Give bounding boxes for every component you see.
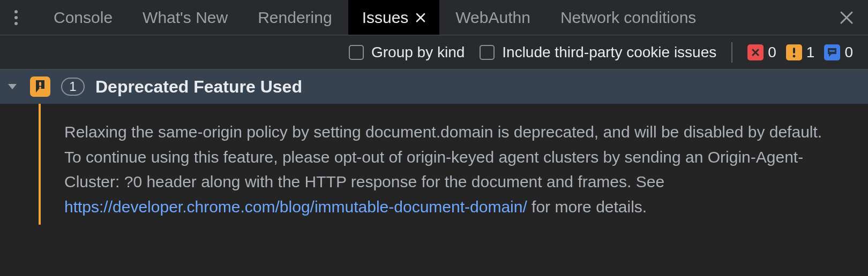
close-drawer-button[interactable] xyxy=(825,0,868,35)
issue-header-row[interactable]: 1 Deprecated Feature Used xyxy=(0,70,868,104)
warning-icon xyxy=(786,44,802,60)
tab-webauthn[interactable]: WebAuthn xyxy=(442,0,544,35)
checkbox-icon xyxy=(480,45,495,60)
tab-whats-new[interactable]: What's New xyxy=(129,0,242,35)
issue-count-badge: 1 xyxy=(61,78,85,96)
count-value: 0 xyxy=(844,44,853,61)
tab-label: Network conditions xyxy=(560,9,696,27)
svg-point-4 xyxy=(792,55,795,57)
svg-point-8 xyxy=(39,87,41,89)
tab-strip: Console What's New Rendering Issues WebA… xyxy=(32,0,825,35)
checkbox-label: Include third-party cookie issues xyxy=(502,44,716,61)
issues-toolbar: Group by kind Include third-party cookie… xyxy=(0,35,868,70)
warning-count[interactable]: 1 xyxy=(786,44,815,61)
issue-counts: 0 1 0 xyxy=(747,44,853,61)
tab-network-conditions[interactable]: Network conditions xyxy=(547,0,710,35)
tab-issues[interactable]: Issues xyxy=(348,0,440,35)
chevron-down-icon xyxy=(5,80,19,94)
info-icon xyxy=(824,44,840,60)
tab-label: What's New xyxy=(143,9,228,27)
warning-icon xyxy=(34,79,46,94)
more-tabs-button[interactable] xyxy=(0,0,32,35)
svg-point-1 xyxy=(14,16,18,19)
error-count[interactable]: 0 xyxy=(747,44,776,61)
issue-description: Relaxing the same-origin policy by setti… xyxy=(41,104,868,225)
error-icon xyxy=(747,44,764,60)
tab-label: Issues xyxy=(362,9,409,27)
drawer-tab-bar: Console What's New Rendering Issues WebA… xyxy=(0,0,868,35)
issue-body: Relaxing the same-origin policy by setti… xyxy=(0,104,868,225)
count-value: 0 xyxy=(768,44,776,61)
expand-toggle[interactable] xyxy=(5,80,19,94)
svg-rect-3 xyxy=(793,48,795,53)
checkbox-label: Group by kind xyxy=(371,44,465,61)
count-value: 1 xyxy=(806,44,815,61)
issue-link[interactable]: https://developer.chrome.com/blog/immuta… xyxy=(64,198,527,216)
close-icon xyxy=(416,13,425,22)
svg-point-2 xyxy=(14,22,18,25)
kebab-icon xyxy=(14,10,18,26)
svg-point-0 xyxy=(14,10,18,13)
tab-label: Rendering xyxy=(258,9,332,27)
svg-rect-7 xyxy=(39,82,41,86)
include-third-party-checkbox[interactable]: Include third-party cookie issues xyxy=(480,44,716,61)
issue-title: Deprecated Feature Used xyxy=(95,77,302,97)
description-text: Relaxing the same-origin policy by setti… xyxy=(64,123,822,190)
tab-rendering[interactable]: Rendering xyxy=(244,0,346,35)
tab-label: WebAuthn xyxy=(455,9,530,27)
close-icon xyxy=(840,11,854,25)
group-by-kind-checkbox[interactable]: Group by kind xyxy=(349,44,465,61)
tab-console[interactable]: Console xyxy=(40,0,126,35)
issue-severity-badge xyxy=(30,76,50,97)
close-tab-button[interactable] xyxy=(416,13,425,22)
info-count[interactable]: 0 xyxy=(824,44,853,61)
toolbar-divider xyxy=(731,42,732,63)
tab-label: Console xyxy=(54,9,113,27)
description-text-post: for more details. xyxy=(527,198,647,216)
checkbox-icon xyxy=(349,45,364,60)
svg-rect-6 xyxy=(829,50,835,52)
